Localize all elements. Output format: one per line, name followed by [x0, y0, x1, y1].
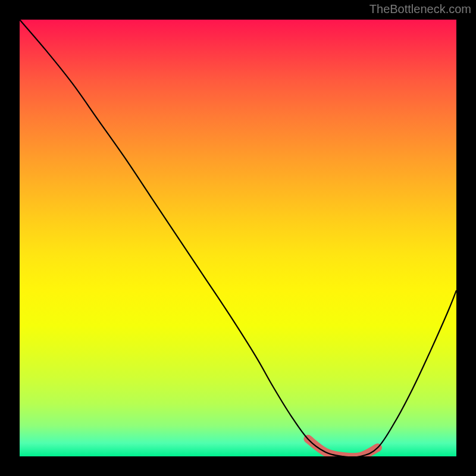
chart-svg [20, 20, 456, 456]
bottleneck-curve [20, 20, 456, 456]
chart-plot-area [20, 20, 456, 456]
watermark-text: TheBottleneck.com [369, 2, 471, 16]
